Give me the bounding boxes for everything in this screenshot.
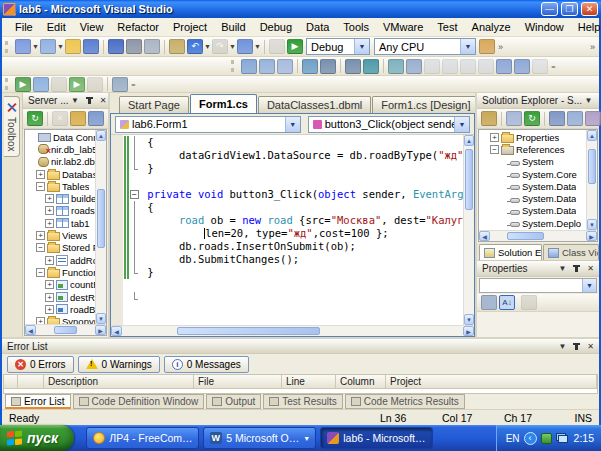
properties-object-combo[interactable]: ▼ xyxy=(479,278,597,293)
scroll-down-icon[interactable]: ▼ xyxy=(96,313,106,324)
quick-info-icon[interactable] xyxy=(277,59,293,74)
navigate-forward-icon[interactable] xyxy=(269,39,285,54)
server-tree-node[interactable]: nir.db_lab5.db xyxy=(25,143,95,155)
solution-tree-node[interactable]: System.Data xyxy=(479,180,586,192)
scroll-left-icon[interactable]: ◀ xyxy=(111,326,122,336)
document-tab[interactable]: DataClasses1.dbml xyxy=(258,96,371,113)
menu-vmware[interactable]: VMware xyxy=(376,19,430,35)
connect-to-server-icon[interactable] xyxy=(88,111,104,126)
hide-icons-icon[interactable]: ‹ xyxy=(524,432,537,445)
open-file-icon[interactable] xyxy=(65,39,81,54)
start-button[interactable]: пуск xyxy=(0,425,74,451)
menu-window[interactable]: Window xyxy=(518,19,571,35)
expand-icon[interactable]: + xyxy=(45,219,54,228)
document-tab[interactable]: Start Page xyxy=(119,96,189,113)
solution-explorer-tree[interactable]: +Properties−ReferencesSystemSystem.CoreS… xyxy=(479,130,586,230)
paste-icon[interactable] xyxy=(169,39,185,54)
server-tree-node[interactable]: +destRo xyxy=(25,291,95,303)
menu-debug[interactable]: Debug xyxy=(253,19,299,35)
messages-filter-button[interactable]: i 0 Messages xyxy=(164,356,249,373)
server-tree-node[interactable]: +builder xyxy=(25,192,95,204)
comment-icon[interactable] xyxy=(363,59,379,74)
scroll-up-icon[interactable]: ▲ xyxy=(587,130,597,141)
redo-icon[interactable]: ↷ xyxy=(212,39,228,54)
menu-tools[interactable]: Tools xyxy=(336,19,376,35)
chevron-down-icon[interactable]: ▼ xyxy=(460,39,475,54)
expand-icon[interactable]: + xyxy=(45,305,54,314)
save-icon[interactable] xyxy=(83,39,99,54)
copy-to-project-icon[interactable] xyxy=(51,77,67,92)
horizontal-scrollbar[interactable]: ◀ ▶ xyxy=(479,230,597,241)
toolbar-overflow-icon[interactable]: » xyxy=(498,42,503,52)
document-tab[interactable]: Form1.cs [Design] xyxy=(372,96,479,113)
toolbar-options-icon[interactable]: » xyxy=(590,42,595,52)
solution-tree-node[interactable]: System.Data xyxy=(479,192,586,204)
minimize-button[interactable]: — xyxy=(541,2,558,16)
server-tree-node[interactable]: +Views xyxy=(25,229,95,241)
server-tree-node[interactable]: +Synonyms xyxy=(25,315,95,324)
view-designer-icon[interactable] xyxy=(567,111,583,126)
copy-icon[interactable] xyxy=(144,39,160,54)
solution-tree-node[interactable]: System.Core xyxy=(479,168,586,180)
scrollbar-thumb[interactable] xyxy=(465,149,473,209)
decrease-indent-icon[interactable] xyxy=(320,59,336,74)
server-tree-node[interactable]: −Functions xyxy=(25,266,95,278)
previous-bookmark-icon[interactable] xyxy=(424,59,440,74)
code-metrics-tab[interactable]: Code Metrics Results xyxy=(345,394,465,409)
display-member-list-icon[interactable] xyxy=(241,59,257,74)
expand-icon[interactable]: + xyxy=(45,280,54,289)
scrollbar-thumb[interactable] xyxy=(177,327,320,335)
navigate-backward-icon[interactable] xyxy=(237,39,253,54)
menu-refactor[interactable]: Refactor xyxy=(110,19,166,35)
warnings-filter-button[interactable]: 0 Warnings xyxy=(78,356,160,373)
expand-icon[interactable]: + xyxy=(36,170,45,179)
class-diagram-icon[interactable] xyxy=(585,111,601,126)
collapse-icon[interactable]: − xyxy=(490,145,499,154)
new-project-icon[interactable] xyxy=(15,39,31,54)
scroll-right-icon[interactable]: ▶ xyxy=(95,325,106,335)
close-button[interactable]: ✕ xyxy=(581,2,598,16)
previous-bookmark-folder-icon[interactable] xyxy=(460,59,476,74)
vmware-tray-icon[interactable] xyxy=(541,433,552,444)
scroll-left-icon[interactable]: ◀ xyxy=(25,325,36,335)
scroll-down-icon[interactable]: ▼ xyxy=(587,219,597,230)
next-bookmark-document-icon[interactable] xyxy=(514,59,530,74)
server-tree-node[interactable]: +countR xyxy=(25,279,95,291)
schema-compare-icon[interactable] xyxy=(112,77,128,92)
expand-icon[interactable]: + xyxy=(490,133,499,142)
start-debugging-icon[interactable]: ▶ xyxy=(287,39,303,54)
clear-bookmarks-icon[interactable] xyxy=(532,59,548,74)
generate-database-icon[interactable] xyxy=(33,77,49,92)
error-list-column-icon[interactable] xyxy=(4,375,18,389)
expand-icon[interactable]: + xyxy=(45,194,54,203)
menu-view[interactable]: View xyxy=(73,19,111,35)
undo-icon-dropdown[interactable]: ▼ xyxy=(204,43,211,50)
solution-tree-node[interactable]: System.Deplo xyxy=(479,217,586,229)
alphabetical-icon[interactable]: A↓ xyxy=(499,295,515,310)
document-tab[interactable]: Form1.cs xyxy=(190,94,257,113)
connect-to-database-icon[interactable] xyxy=(70,111,86,126)
menu-file[interactable]: File xyxy=(8,19,40,35)
collapse-icon[interactable]: − xyxy=(36,243,45,252)
server-tree-node[interactable]: +tab1 xyxy=(25,217,95,229)
scroll-up-icon[interactable]: ▲ xyxy=(464,135,474,146)
solution-explorer-tab-tab[interactable]: Solution Ex... xyxy=(479,244,542,260)
sync-data-icon[interactable]: ▶ xyxy=(69,77,85,92)
word-completion-icon[interactable] xyxy=(302,59,318,74)
scrollbar-thumb[interactable] xyxy=(507,232,543,240)
close-icon[interactable]: ✕ xyxy=(584,340,597,352)
vertical-scrollbar[interactable]: ▲ ▼ xyxy=(586,130,597,230)
close-icon[interactable]: ✕ xyxy=(97,95,108,107)
code-text-area[interactable]: { dataGridView1.DataSource = db.roadByTy… xyxy=(123,135,463,325)
menu-test[interactable]: Test xyxy=(430,19,464,35)
undo-icon[interactable]: ↶ xyxy=(187,39,203,54)
chevron-down-icon[interactable]: ▼ xyxy=(582,279,596,292)
server-tree-node[interactable]: +roads xyxy=(25,205,95,217)
scroll-right-icon[interactable]: ▶ xyxy=(586,231,597,241)
expand-icon[interactable]: + xyxy=(45,206,54,215)
add-item-icon-dropdown[interactable]: ▼ xyxy=(57,43,64,50)
members-dropdown[interactable]: button3_Click(object sender, EventArgs e… xyxy=(308,116,470,133)
errors-filter-button[interactable]: ✕ 0 Errors xyxy=(7,356,74,373)
scroll-down-icon[interactable]: ▼ xyxy=(464,314,474,325)
types-dropdown[interactable]: lab6.Form1 ▼ xyxy=(115,116,301,133)
